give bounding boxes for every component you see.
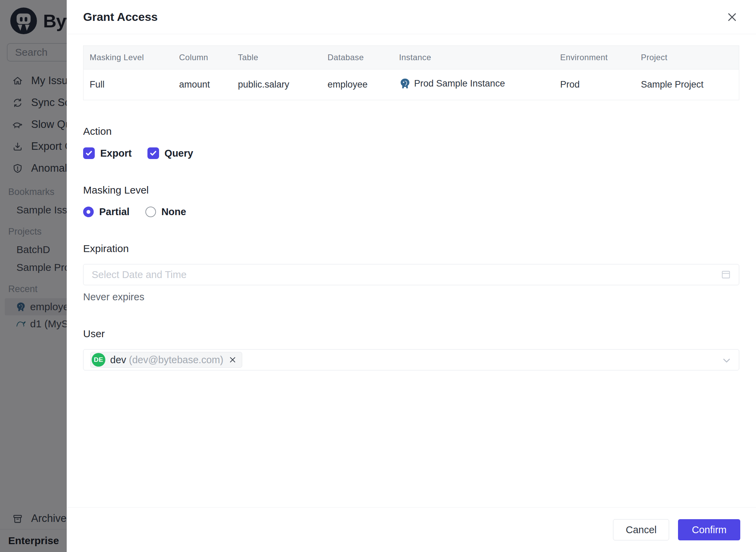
grant-access-modal: Grant Access Masking Level Column Table … <box>67 0 756 552</box>
expiration-date-input[interactable] <box>83 264 739 285</box>
col-instance: Instance <box>393 46 554 69</box>
close-icon[interactable] <box>725 10 740 25</box>
action-heading: Action <box>83 126 739 137</box>
remove-user-icon[interactable] <box>228 355 237 364</box>
masking-level-section: Masking Level Partial None <box>83 184 739 218</box>
expiration-heading: Expiration <box>83 243 739 254</box>
cell-project: Sample Project <box>635 69 739 100</box>
user-heading: User <box>83 328 739 340</box>
cell-masking-level: Full <box>83 69 173 100</box>
modal-title: Grant Access <box>83 10 158 24</box>
instance-name: Prod Sample Instance <box>414 78 505 89</box>
partial-radio-label[interactable]: Partial <box>99 206 130 218</box>
user-select[interactable]: DE dev (dev@bytebase.com) <box>83 349 739 370</box>
table-header-row: Masking Level Column Table Database Inst… <box>83 46 739 69</box>
export-checkbox-label[interactable]: Export <box>100 148 132 159</box>
chevron-down-icon <box>720 354 733 367</box>
cell-database: employee <box>322 69 393 100</box>
user-email: (dev@bytebase.com) <box>129 354 223 366</box>
user-section: User DE dev (dev@bytebase.com) <box>83 328 739 370</box>
postgres-icon <box>399 78 411 89</box>
expiration-note: Never expires <box>83 291 739 303</box>
col-database: Database <box>322 46 393 69</box>
cell-environment: Prod <box>554 69 635 100</box>
masking-level-heading: Masking Level <box>83 184 739 196</box>
cell-column: amount <box>173 69 232 100</box>
cell-instance: Prod Sample Instance <box>393 69 554 100</box>
col-masking-level: Masking Level <box>83 46 173 69</box>
user-tag: DE dev (dev@bytebase.com) <box>90 352 242 368</box>
col-project: Project <box>635 46 739 69</box>
query-checkbox-label[interactable]: Query <box>165 148 193 159</box>
confirm-button[interactable]: Confirm <box>678 519 740 540</box>
none-radio[interactable] <box>145 207 156 217</box>
query-checkbox[interactable] <box>147 147 159 159</box>
modal-body: Masking Level Column Table Database Inst… <box>67 34 756 507</box>
cell-table: public.salary <box>232 69 322 100</box>
user-name: dev <box>110 354 126 366</box>
modal-header: Grant Access <box>67 0 756 34</box>
action-section: Action Export Query <box>83 126 739 159</box>
col-table: Table <box>232 46 322 69</box>
avatar: DE <box>92 353 105 367</box>
table-row: Full amount public.salary employee <box>83 69 739 100</box>
partial-radio[interactable] <box>83 207 94 217</box>
modal-footer: Cancel Confirm <box>67 507 756 552</box>
none-radio-label[interactable]: None <box>161 206 186 218</box>
col-environment: Environment <box>554 46 635 69</box>
masking-access-table: Masking Level Column Table Database Inst… <box>83 45 739 100</box>
cancel-button[interactable]: Cancel <box>613 519 669 540</box>
col-column: Column <box>173 46 232 69</box>
export-checkbox[interactable] <box>83 147 95 159</box>
expiration-section: Expiration Never expires <box>83 243 739 303</box>
